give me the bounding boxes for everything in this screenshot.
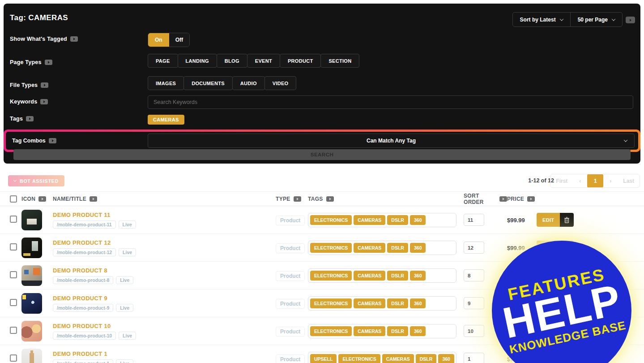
row-tags-box: ELECTRONICSCAMERASDSLR360 bbox=[308, 213, 456, 227]
product-thumbnail[interactable] bbox=[21, 265, 42, 286]
row-checkbox[interactable] bbox=[10, 216, 17, 223]
select-all-checkbox[interactable] bbox=[10, 195, 17, 203]
selected-tag-cameras[interactable]: CAMERAS bbox=[148, 115, 184, 125]
status-badge: Live bbox=[119, 220, 136, 229]
page-title: Tag: CAMERAS bbox=[10, 13, 68, 22]
video-play-icon[interactable] bbox=[41, 82, 48, 88]
filter-label-page-types: Page Types bbox=[10, 59, 52, 65]
product-thumbnail[interactable] bbox=[21, 238, 42, 258]
type-label: Product bbox=[276, 243, 305, 253]
sort-order-input[interactable]: 10 bbox=[464, 325, 484, 337]
page-type-section[interactable]: SECTION bbox=[320, 54, 359, 68]
list-controls: Sort by Latest 50 per Page bbox=[512, 12, 623, 27]
video-play-icon[interactable] bbox=[527, 196, 535, 202]
video-play-icon[interactable] bbox=[45, 60, 52, 65]
row-tag-cameras: CAMERAS bbox=[354, 326, 385, 336]
product-name-link[interactable]: DEMO PRODUCT 12 bbox=[53, 239, 276, 246]
filter-label-text: Page Types bbox=[10, 59, 42, 65]
product-slug-badge: /moble-demo-product-11 bbox=[53, 220, 116, 229]
row-tag-360: 360 bbox=[438, 354, 454, 363]
sort-dropdown[interactable]: Sort by Latest bbox=[513, 13, 570, 26]
row-checkbox[interactable] bbox=[10, 354, 17, 362]
product-name-link[interactable]: DEMO PRODUCT 1 bbox=[53, 350, 276, 357]
row-tag-cameras: CAMERAS bbox=[354, 298, 385, 308]
page-type-landing[interactable]: LANDING bbox=[178, 54, 217, 68]
pagination-p[interactable]: ‹ bbox=[573, 174, 587, 188]
filter-label-text: File Types bbox=[10, 82, 38, 88]
file-type-documents[interactable]: DOCUMENTS bbox=[183, 76, 233, 90]
sort-order-input[interactable]: 9 bbox=[464, 297, 484, 309]
edit-button[interactable]: EDIT bbox=[537, 213, 560, 227]
product-thumbnail[interactable] bbox=[21, 293, 42, 314]
header-label: PRICE bbox=[507, 196, 524, 202]
toggle-on-button[interactable]: On bbox=[148, 33, 169, 47]
product-thumbnail[interactable] bbox=[21, 321, 42, 341]
sort-order-input[interactable]: 11 bbox=[464, 214, 484, 226]
header-name-title: NAME/TITLE bbox=[53, 196, 276, 202]
row-checkbox[interactable] bbox=[10, 271, 17, 278]
product-name-link[interactable]: DEMO PRODUCT 8 bbox=[53, 267, 276, 274]
video-play-icon[interactable] bbox=[26, 116, 34, 121]
video-play-icon[interactable] bbox=[70, 36, 78, 42]
row-tags-box: ELECTRONICSCAMERASDSLR360 bbox=[308, 241, 456, 255]
row-checkbox[interactable] bbox=[10, 299, 17, 306]
toggle-off-button[interactable]: Off bbox=[169, 33, 189, 47]
filter-label-text: Tag Combos bbox=[12, 138, 46, 144]
trash-icon bbox=[564, 217, 570, 223]
product-name-link[interactable]: DEMO PRODUCT 11 bbox=[53, 212, 276, 218]
pagination-1[interactable]: 1 bbox=[587, 174, 603, 188]
file-type-audio[interactable]: AUDIO bbox=[232, 76, 265, 90]
product-name-link[interactable]: DEMO PRODUCT 10 bbox=[53, 323, 276, 329]
row-checkbox[interactable] bbox=[10, 243, 17, 251]
filter-label-tags: Tags bbox=[10, 116, 34, 122]
delete-button[interactable] bbox=[560, 213, 574, 227]
video-help-icon[interactable] bbox=[626, 17, 635, 23]
keywords-search-input[interactable] bbox=[148, 95, 633, 109]
pagination-p[interactable]: › bbox=[603, 174, 618, 188]
badge-text: FEATURES HELP KNOWLEDGE BASE bbox=[496, 263, 627, 357]
product-thumbnail[interactable] bbox=[21, 349, 42, 363]
product-slug-badge: /moble-demo-product-12 bbox=[53, 248, 116, 256]
row-tag-electronics: ELECTRONICS bbox=[338, 354, 380, 363]
video-play-icon[interactable] bbox=[326, 196, 334, 202]
page-type-event[interactable]: EVENT bbox=[247, 54, 280, 68]
type-label: Product bbox=[276, 327, 305, 337]
sort-order-input[interactable]: 1 bbox=[464, 353, 484, 363]
page-type-page[interactable]: PAGE bbox=[148, 54, 178, 68]
product-name-link[interactable]: DEMO PRODUCT 9 bbox=[53, 295, 276, 302]
tag-combos-row: Tag Combos Can Match Any Tag bbox=[6, 132, 638, 150]
sort-order-input[interactable]: 12 bbox=[464, 242, 484, 254]
filter-label-text: Show What's Tagged bbox=[10, 36, 67, 42]
video-play-icon[interactable] bbox=[294, 196, 301, 202]
pagination-first[interactable]: First bbox=[550, 174, 573, 188]
bot-assisted-button[interactable]: BOT ASSISTED bbox=[8, 175, 64, 186]
sort-order-input[interactable]: 8 bbox=[464, 269, 484, 281]
product-slug-badge: /moble-demo-product-1 bbox=[53, 359, 113, 363]
type-label: Product bbox=[276, 354, 305, 363]
video-play-icon[interactable] bbox=[499, 196, 507, 202]
search-button[interactable]: SEARCH bbox=[13, 149, 631, 160]
page-type-product[interactable]: PRODUCT bbox=[280, 54, 321, 68]
video-play-icon[interactable] bbox=[38, 196, 46, 202]
tag-combos-select[interactable]: Can Match Any Tag bbox=[148, 134, 635, 148]
video-play-icon[interactable] bbox=[90, 196, 97, 202]
status-badge: Live bbox=[116, 276, 133, 284]
file-type-video[interactable]: VIDEO bbox=[264, 76, 297, 90]
product-thumbnail[interactable] bbox=[21, 210, 42, 230]
chevron-down-icon bbox=[624, 138, 627, 142]
pagination-last[interactable]: Last bbox=[618, 174, 640, 188]
row-tag-cameras: CAMERAS bbox=[354, 215, 385, 225]
filter-label-show-whats-tagged: Show What's Tagged bbox=[10, 36, 78, 42]
video-play-icon[interactable] bbox=[40, 99, 48, 104]
header-sort-order: SORT ORDER bbox=[464, 193, 507, 205]
video-play-icon[interactable] bbox=[49, 138, 56, 143]
row-checkbox[interactable] bbox=[10, 327, 17, 334]
status-badge: Live bbox=[116, 359, 133, 363]
page-type-blog[interactable]: BLOG bbox=[217, 54, 247, 68]
row-tag-electronics: ELECTRONICS bbox=[310, 326, 352, 336]
row-tag-upsell: UPSELL bbox=[310, 354, 337, 363]
file-type-images[interactable]: IMAGES bbox=[148, 76, 184, 90]
header-type: TYPE bbox=[276, 196, 308, 202]
status-badge: Live bbox=[119, 248, 136, 256]
per-page-dropdown[interactable]: 50 per Page bbox=[570, 13, 622, 26]
